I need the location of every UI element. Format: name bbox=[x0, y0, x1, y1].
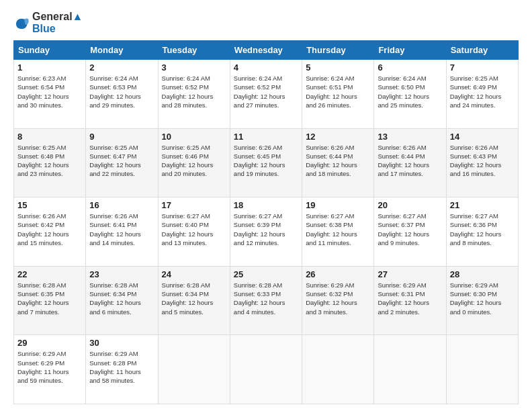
cell-content: Sunrise: 6:28 AMSunset: 6:35 PMDaylight:… bbox=[17, 281, 82, 316]
cell-line: Daylight: 12 hours bbox=[450, 92, 515, 101]
cell-line: Daylight: 12 hours bbox=[162, 161, 226, 169]
cell-line: Sunset: 6:43 PM bbox=[450, 152, 515, 161]
calendar-cell: 24Sunrise: 6:28 AMSunset: 6:34 PMDayligh… bbox=[158, 266, 230, 335]
cell-line: Sunset: 6:53 PM bbox=[89, 83, 154, 91]
day-header: Friday bbox=[374, 41, 446, 60]
cell-line: Sunrise: 6:24 AM bbox=[162, 74, 226, 83]
cell-line: and 20 minutes. bbox=[162, 169, 226, 178]
cell-line: Sunrise: 6:27 AM bbox=[162, 212, 226, 220]
calendar-cell bbox=[158, 335, 230, 404]
day-number: 21 bbox=[450, 200, 515, 210]
cell-line: Daylight: 11 hours bbox=[17, 367, 82, 376]
day-number: 17 bbox=[162, 200, 226, 210]
cell-line: Sunrise: 6:24 AM bbox=[89, 74, 154, 83]
cell-line: Sunset: 6:37 PM bbox=[378, 220, 442, 229]
cell-line: Daylight: 12 hours bbox=[450, 230, 515, 238]
cell-line: and 59 minutes. bbox=[17, 376, 82, 385]
cell-line: Sunset: 6:31 PM bbox=[378, 289, 442, 298]
cell-line: and 9 minutes. bbox=[378, 238, 442, 247]
calendar-cell bbox=[230, 335, 302, 404]
cell-content: Sunrise: 6:26 AMSunset: 6:45 PMDaylight:… bbox=[234, 143, 298, 179]
cell-line: Sunrise: 6:26 AM bbox=[450, 143, 515, 152]
day-number: 29 bbox=[17, 338, 82, 348]
cell-line: and 7 minutes. bbox=[17, 308, 82, 316]
cell-line: Daylight: 12 hours bbox=[378, 230, 442, 238]
day-number: 2 bbox=[89, 62, 154, 73]
calendar-cell: 9Sunrise: 6:25 AMSunset: 6:47 PMDaylight… bbox=[86, 128, 158, 197]
cell-line: Daylight: 12 hours bbox=[17, 298, 82, 307]
cell-line: and 3 minutes. bbox=[306, 308, 370, 316]
day-number: 9 bbox=[89, 132, 154, 142]
cell-line: Sunrise: 6:26 AM bbox=[89, 212, 154, 220]
cell-line: and 29 minutes. bbox=[89, 101, 154, 109]
cell-content: Sunrise: 6:24 AMSunset: 6:52 PMDaylight:… bbox=[234, 74, 298, 109]
cell-line: Sunrise: 6:27 AM bbox=[306, 212, 370, 220]
cell-line: Sunset: 6:48 PM bbox=[17, 152, 82, 161]
cell-line: and 18 minutes. bbox=[306, 169, 370, 178]
cell-content: Sunrise: 6:28 AMSunset: 6:34 PMDaylight:… bbox=[162, 281, 226, 316]
calendar-cell: 5Sunrise: 6:24 AMSunset: 6:51 PMDaylight… bbox=[302, 60, 374, 129]
cell-line: Sunrise: 6:26 AM bbox=[17, 212, 82, 220]
cell-content: Sunrise: 6:29 AMSunset: 6:30 PMDaylight:… bbox=[450, 281, 515, 316]
cell-line: Sunrise: 6:27 AM bbox=[378, 212, 442, 220]
calendar-cell: 25Sunrise: 6:28 AMSunset: 6:33 PMDayligh… bbox=[230, 266, 302, 335]
calendar-cell: 12Sunrise: 6:26 AMSunset: 6:44 PMDayligh… bbox=[302, 128, 374, 197]
cell-content: Sunrise: 6:28 AMSunset: 6:34 PMDaylight:… bbox=[89, 281, 154, 316]
cell-line: and 6 minutes. bbox=[89, 308, 154, 316]
cell-content: Sunrise: 6:24 AMSunset: 6:50 PMDaylight:… bbox=[378, 74, 442, 109]
cell-line: and 16 minutes. bbox=[450, 169, 515, 178]
cell-line: Daylight: 12 hours bbox=[17, 92, 82, 101]
cell-content: Sunrise: 6:26 AMSunset: 6:44 PMDaylight:… bbox=[378, 143, 442, 179]
cell-line: Daylight: 11 hours bbox=[89, 367, 154, 376]
cell-content: Sunrise: 6:25 AMSunset: 6:46 PMDaylight:… bbox=[162, 143, 226, 179]
cell-line: Sunset: 6:36 PM bbox=[450, 220, 515, 229]
cell-line: Sunrise: 6:24 AM bbox=[234, 74, 298, 83]
day-number: 19 bbox=[306, 200, 370, 210]
cell-content: Sunrise: 6:25 AMSunset: 6:49 PMDaylight:… bbox=[450, 74, 515, 109]
day-number: 4 bbox=[234, 62, 298, 73]
cell-line: Sunset: 6:30 PM bbox=[450, 289, 515, 298]
day-number: 11 bbox=[234, 132, 298, 142]
day-header: Wednesday bbox=[230, 41, 302, 60]
cell-line: and 17 minutes. bbox=[378, 169, 442, 178]
cell-line: Sunrise: 6:29 AM bbox=[306, 281, 370, 289]
day-number: 26 bbox=[306, 269, 370, 279]
day-header: Monday bbox=[86, 41, 158, 60]
day-number: 10 bbox=[162, 132, 226, 142]
cell-line: and 58 minutes. bbox=[89, 376, 154, 385]
logo-icon bbox=[13, 15, 30, 31]
day-number: 5 bbox=[306, 62, 370, 73]
cell-line: Sunrise: 6:28 AM bbox=[17, 281, 82, 289]
cell-line: Sunrise: 6:29 AM bbox=[89, 349, 154, 358]
cell-line: and 30 minutes. bbox=[17, 101, 82, 109]
cell-line: Sunrise: 6:29 AM bbox=[378, 281, 442, 289]
calendar-cell: 11Sunrise: 6:26 AMSunset: 6:45 PMDayligh… bbox=[230, 128, 302, 197]
calendar-cell: 17Sunrise: 6:27 AMSunset: 6:40 PMDayligh… bbox=[158, 197, 230, 267]
cell-line: and 19 minutes. bbox=[234, 169, 298, 178]
calendar-cell bbox=[302, 335, 374, 404]
cell-content: Sunrise: 6:27 AMSunset: 6:39 PMDaylight:… bbox=[234, 212, 298, 247]
cell-content: Sunrise: 6:26 AMSunset: 6:44 PMDaylight:… bbox=[306, 143, 370, 179]
day-number: 18 bbox=[234, 200, 298, 210]
cell-line: Daylight: 12 hours bbox=[234, 298, 298, 307]
cell-content: Sunrise: 6:26 AMSunset: 6:43 PMDaylight:… bbox=[450, 143, 515, 179]
cell-line: Daylight: 12 hours bbox=[378, 161, 442, 169]
cell-content: Sunrise: 6:26 AMSunset: 6:41 PMDaylight:… bbox=[89, 212, 154, 247]
cell-line: Sunset: 6:49 PM bbox=[450, 83, 515, 91]
day-number: 25 bbox=[234, 269, 298, 279]
cell-content: Sunrise: 6:29 AMSunset: 6:32 PMDaylight:… bbox=[306, 281, 370, 316]
logo-text: General▲ Blue bbox=[32, 11, 83, 35]
cell-content: Sunrise: 6:27 AMSunset: 6:36 PMDaylight:… bbox=[450, 212, 515, 247]
day-number: 12 bbox=[306, 132, 370, 142]
cell-line: Sunset: 6:39 PM bbox=[234, 220, 298, 229]
cell-line: Daylight: 12 hours bbox=[89, 161, 154, 169]
cell-line: Daylight: 12 hours bbox=[234, 161, 298, 169]
cell-line: and 12 minutes. bbox=[234, 238, 298, 247]
calendar-week: 22Sunrise: 6:28 AMSunset: 6:35 PMDayligh… bbox=[14, 266, 519, 335]
day-number: 13 bbox=[378, 132, 442, 142]
cell-content: Sunrise: 6:27 AMSunset: 6:38 PMDaylight:… bbox=[306, 212, 370, 247]
cell-content: Sunrise: 6:24 AMSunset: 6:53 PMDaylight:… bbox=[89, 74, 154, 109]
cell-line: Daylight: 12 hours bbox=[306, 298, 370, 307]
cell-line: Daylight: 12 hours bbox=[450, 161, 515, 169]
calendar-cell: 28Sunrise: 6:29 AMSunset: 6:30 PMDayligh… bbox=[446, 266, 518, 335]
